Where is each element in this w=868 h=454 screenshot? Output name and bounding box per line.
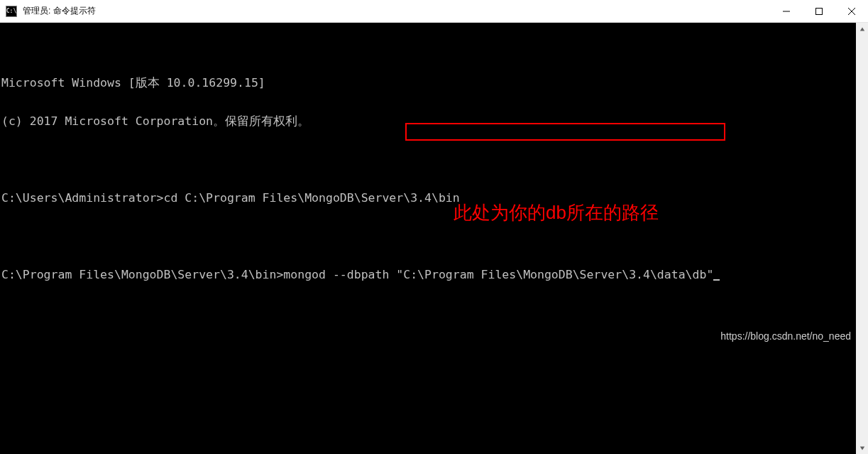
window-title: 管理员: 命令提示符 — [23, 5, 96, 17]
command-path: C:\Program Files\MongoDB\Server\3.4\data… — [403, 268, 706, 281]
command-text: mongod --dbpath " — [283, 268, 403, 281]
command-text: " — [706, 268, 713, 281]
vertical-scrollbar[interactable] — [856, 23, 868, 454]
svg-marker-5 — [859, 446, 864, 450]
terminal-area[interactable]: Microsoft Windows [版本 10.0.16299.15] (c)… — [0, 23, 868, 454]
output-line: Microsoft Windows [版本 10.0.16299.15] — [1, 77, 867, 90]
titlebar-left: C:\ 管理员: 命令提示符 — [0, 5, 96, 17]
maximize-button[interactable] — [803, 0, 835, 22]
command-line: C:\Program Files\MongoDB\Server\3.4\bin>… — [1, 269, 867, 281]
prompt: C:\Users\Administrator> — [1, 191, 163, 205]
svg-rect-1 — [816, 8, 823, 14]
annotation-label: 此处为你的db所在的路径 — [454, 206, 659, 219]
output-line — [1, 153, 867, 166]
cmd-icon: C:\ — [6, 6, 17, 17]
command-line: C:\Users\Administrator>cd C:\Program Fil… — [1, 192, 867, 205]
scroll-up-button[interactable] — [856, 23, 868, 35]
window-controls — [770, 0, 868, 22]
prompt: C:\Program Files\MongoDB\Server\3.4\bin> — [1, 268, 283, 281]
output-line — [1, 230, 867, 243]
terminal-content: Microsoft Windows [版本 10.0.16299.15] (c)… — [1, 51, 867, 345]
command-text: cd C:\Program Files\MongoDB\Server\3.4\b… — [163, 191, 459, 205]
watermark-text: https://blog.csdn.net/no_need — [720, 330, 851, 342]
window-titlebar: C:\ 管理员: 命令提示符 — [0, 0, 868, 23]
svg-marker-4 — [859, 27, 864, 31]
scrollbar-track[interactable] — [856, 35, 868, 442]
minimize-button[interactable] — [770, 0, 803, 22]
output-line: (c) 2017 Microsoft Corporation。保留所有权利。 — [1, 115, 867, 128]
scroll-down-button[interactable] — [856, 442, 868, 454]
cursor-icon — [713, 279, 720, 281]
close-button[interactable] — [835, 0, 868, 22]
